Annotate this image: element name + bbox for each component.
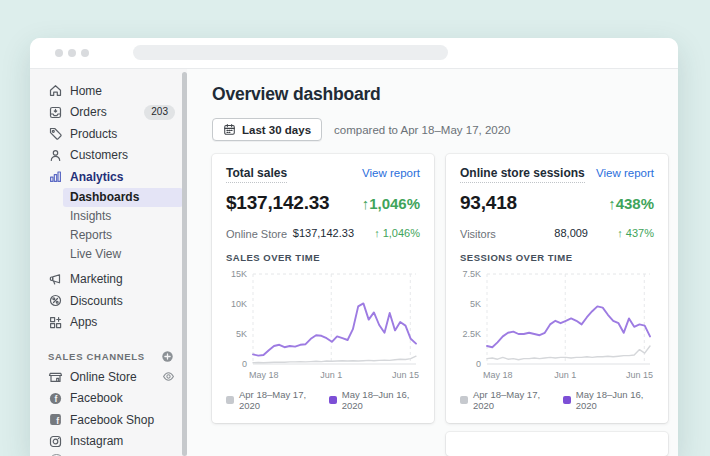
channel-item-label: Facebook [70, 391, 123, 405]
online-store-sessions-card: Online store sessions View report 93,418… [446, 154, 668, 423]
legend-label: May 18–Jun 16, 2020 [342, 389, 420, 411]
window-control-dot[interactable] [55, 49, 63, 57]
compare-period-text: compared to Apr 18–May 17, 2020 [334, 124, 510, 136]
sidebar-item-analytics[interactable]: Analytics [30, 166, 187, 188]
sidebar-item-label: Marketing [70, 272, 123, 286]
channel-item-instagram[interactable]: Instagram [30, 431, 187, 453]
instagram-icon [48, 434, 63, 449]
legend-swatch-current [563, 396, 571, 404]
megaphone-icon [48, 272, 63, 287]
sidebar-item-marketing[interactable]: Marketing [30, 269, 187, 291]
breakdown-row: Visitors 88,009 ↑ 437% [460, 227, 654, 241]
sidebar-item-dashboards[interactable]: Dashboards [63, 188, 183, 207]
sidebar-item-label: Products [70, 127, 117, 141]
legend-label: Apr 18–May 17, 2020 [239, 389, 317, 411]
breakdown-label: Online Store [226, 227, 288, 241]
svg-text:0: 0 [476, 359, 481, 369]
sidebar-item-reports[interactable]: Reports [63, 226, 183, 245]
address-bar[interactable] [133, 45, 448, 60]
date-range-label: Last 30 days [242, 124, 311, 136]
scrollbar[interactable] [182, 72, 187, 456]
legend-entry: Apr 18–May 17, 2020 [226, 389, 317, 411]
browser-chrome [30, 38, 678, 69]
legend-entry: Apr 18–May 17, 2020 [460, 389, 551, 411]
chart-title: SESSIONS OVER TIME [460, 252, 654, 263]
svg-text:5K: 5K [470, 299, 481, 309]
sidebar-item-label: Dashboards [70, 190, 139, 204]
sidebar-item-label: Customers [70, 148, 128, 162]
page-title: Overview dashboard [212, 84, 668, 105]
window-control-dot[interactable] [68, 49, 76, 57]
next-card-partial [446, 432, 668, 456]
legend-swatch-current [329, 396, 337, 404]
sidebar-item-products[interactable]: Products [30, 123, 187, 145]
chart-title: SALES OVER TIME [226, 252, 420, 263]
svg-text:15K: 15K [231, 269, 247, 279]
svg-text:f: f [56, 416, 59, 426]
facebook-shop-icon: f [48, 412, 63, 427]
sidebar-item-orders[interactable]: Orders 203 [30, 102, 187, 124]
date-range-button[interactable]: Last 30 days [212, 118, 322, 141]
total-sales-card: Total sales View report $137,142.33 ↑1,0… [212, 154, 434, 423]
sessions-value: 93,418 [460, 192, 517, 214]
sidebar-item-label: Orders [70, 105, 107, 119]
svg-text:Jun 15: Jun 15 [392, 370, 419, 380]
sidebar-item-customers[interactable]: Customers [30, 145, 187, 167]
channel-item-online-store[interactable]: Online Store [30, 366, 187, 388]
channel-item-label: Facebook Shop [70, 413, 154, 427]
sidebar-item-label: Apps [70, 315, 97, 329]
sidebar-item-insights[interactable]: Insights [63, 207, 183, 226]
sidebar-item-label: Live View [70, 247, 121, 261]
legend-entry: May 18–Jun 16, 2020 [563, 389, 654, 411]
sidebar-item-label: Insights [70, 209, 111, 223]
sales-over-time-chart: 15K10K5K0May 18Jun 1Jun 15 [226, 267, 420, 385]
breakdown-change: ↑ 1,046% [354, 227, 420, 239]
add-channel-button[interactable] [161, 350, 174, 363]
screenshot-stage: Home Orders 203 Products [0, 0, 710, 456]
sidebar-item-home[interactable]: Home [30, 80, 187, 102]
sidebar-item-label: Home [70, 84, 102, 98]
breakdown-change: ↑ 437% [588, 227, 654, 239]
svg-text:5K: 5K [236, 329, 247, 339]
legend-label: May 18–Jun 16, 2020 [576, 389, 654, 411]
tag-icon [48, 126, 63, 141]
svg-text:2.5K: 2.5K [462, 329, 481, 339]
home-icon [48, 83, 63, 98]
svg-text:10K: 10K [231, 299, 247, 309]
orders-icon [48, 105, 63, 120]
sessions-over-time-chart: 7.5K5K2.5K0May 18Jun 1Jun 15 [460, 267, 654, 385]
breakdown-label: Visitors [460, 227, 522, 241]
legend-swatch-previous [460, 396, 468, 404]
chart-legend: Apr 18–May 17, 2020 May 18–Jun 16, 2020 [226, 389, 420, 411]
sidebar-item-label: Discounts [70, 294, 123, 308]
sidebar: Home Orders 203 Products [30, 69, 187, 456]
main-content: Overview dashboard Last 30 days compared… [187, 69, 678, 456]
sidebar-item-live-view[interactable]: Live View [63, 245, 183, 264]
sidebar-item-apps[interactable]: Apps [30, 312, 187, 334]
svg-text:May 18: May 18 [483, 370, 513, 380]
card-title[interactable]: Total sales [226, 166, 287, 183]
apps-grid-icon [48, 315, 63, 330]
chart-legend: Apr 18–May 17, 2020 May 18–Jun 16, 2020 [460, 389, 654, 411]
calendar-icon [223, 123, 236, 136]
legend-swatch-previous [226, 396, 234, 404]
window-control-dot[interactable] [81, 49, 89, 57]
channel-item-label: Online Store [70, 370, 137, 384]
svg-text:f: f [55, 394, 58, 404]
view-report-link[interactable]: View report [596, 167, 654, 179]
card-title[interactable]: Online store sessions [460, 166, 585, 183]
svg-text:7.5K: 7.5K [462, 269, 481, 279]
channel-item-label: Instagram [70, 434, 123, 448]
view-report-link[interactable]: View report [362, 167, 420, 179]
breakdown-value: 88,009 [554, 227, 588, 239]
sessions-change: ↑438% [608, 195, 654, 212]
bar-chart-icon [48, 169, 63, 184]
channel-item-facebook-shop[interactable]: f Facebook Shop [30, 409, 187, 431]
total-sales-value: $137,142.33 [226, 192, 329, 214]
facebook-icon: f [48, 391, 63, 406]
channel-item-facebook[interactable]: f Facebook [30, 388, 187, 410]
sidebar-item-discounts[interactable]: Discounts [30, 290, 187, 312]
person-icon [48, 148, 63, 163]
svg-text:0: 0 [242, 359, 247, 369]
eye-icon[interactable] [162, 370, 175, 383]
